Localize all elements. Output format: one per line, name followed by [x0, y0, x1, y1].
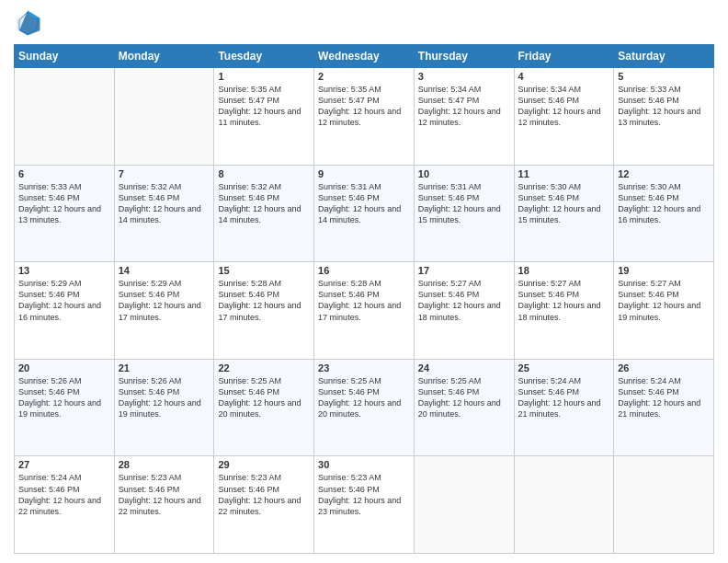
cell-content: Sunrise: 5:31 AMSunset: 5:46 PMDaylight:… — [418, 181, 510, 226]
day-number: 17 — [418, 265, 510, 276]
day-number: 11 — [518, 168, 610, 179]
week-row-1: 1Sunrise: 5:35 AMSunset: 5:47 PMDaylight… — [15, 68, 714, 166]
weekday-header-friday: Friday — [514, 45, 614, 68]
calendar-cell: 8Sunrise: 5:32 AMSunset: 5:46 PMDaylight… — [214, 165, 314, 262]
day-number: 15 — [218, 265, 310, 276]
logo — [14, 9, 45, 37]
day-number: 14 — [119, 265, 210, 276]
day-number: 23 — [318, 362, 410, 373]
week-row-2: 6Sunrise: 5:33 AMSunset: 5:46 PMDaylight… — [15, 165, 714, 262]
cell-content: Sunrise: 5:27 AMSunset: 5:46 PMDaylight:… — [618, 278, 710, 323]
day-number: 25 — [518, 362, 610, 373]
cell-content: Sunrise: 5:35 AMSunset: 5:47 PMDaylight:… — [218, 84, 310, 129]
weekday-header-row: SundayMondayTuesdayWednesdayThursdayFrid… — [15, 45, 714, 68]
day-number: 8 — [218, 168, 310, 179]
day-number: 3 — [418, 71, 510, 82]
cell-content: Sunrise: 5:29 AMSunset: 5:46 PMDaylight:… — [18, 278, 110, 323]
cell-content: Sunrise: 5:24 AMSunset: 5:46 PMDaylight:… — [18, 472, 110, 517]
week-row-5: 27Sunrise: 5:24 AMSunset: 5:46 PMDayligh… — [15, 456, 714, 554]
cell-content: Sunrise: 5:32 AMSunset: 5:46 PMDaylight:… — [119, 181, 210, 226]
calendar-cell: 21Sunrise: 5:26 AMSunset: 5:46 PMDayligh… — [114, 359, 214, 456]
calendar-cell: 26Sunrise: 5:24 AMSunset: 5:46 PMDayligh… — [614, 359, 714, 456]
day-number: 13 — [18, 265, 110, 276]
cell-content: Sunrise: 5:31 AMSunset: 5:46 PMDaylight:… — [318, 181, 410, 226]
day-number: 29 — [218, 459, 310, 470]
cell-content: Sunrise: 5:26 AMSunset: 5:46 PMDaylight:… — [18, 375, 110, 420]
calendar-cell — [414, 456, 514, 554]
calendar-cell: 12Sunrise: 5:30 AMSunset: 5:46 PMDayligh… — [614, 165, 714, 262]
cell-content: Sunrise: 5:26 AMSunset: 5:46 PMDaylight:… — [119, 375, 210, 420]
calendar-cell: 9Sunrise: 5:31 AMSunset: 5:46 PMDaylight… — [314, 165, 415, 262]
day-number: 18 — [518, 265, 610, 276]
calendar-cell: 1Sunrise: 5:35 AMSunset: 5:47 PMDaylight… — [214, 68, 314, 166]
cell-content: Sunrise: 5:34 AMSunset: 5:47 PMDaylight:… — [418, 84, 510, 129]
week-row-4: 20Sunrise: 5:26 AMSunset: 5:46 PMDayligh… — [15, 359, 714, 456]
day-number: 5 — [618, 71, 710, 82]
calendar-cell: 7Sunrise: 5:32 AMSunset: 5:46 PMDaylight… — [114, 165, 214, 262]
day-number: 2 — [318, 71, 410, 82]
cell-content: Sunrise: 5:23 AMSunset: 5:46 PMDaylight:… — [119, 472, 210, 517]
cell-content: Sunrise: 5:33 AMSunset: 5:46 PMDaylight:… — [18, 181, 110, 226]
day-number: 24 — [418, 362, 510, 373]
weekday-header-saturday: Saturday — [614, 45, 714, 68]
cell-content: Sunrise: 5:24 AMSunset: 5:46 PMDaylight:… — [618, 375, 710, 420]
day-number: 16 — [318, 265, 410, 276]
cell-content: Sunrise: 5:24 AMSunset: 5:46 PMDaylight:… — [518, 375, 610, 420]
cell-content: Sunrise: 5:30 AMSunset: 5:46 PMDaylight:… — [618, 181, 710, 226]
calendar-cell: 16Sunrise: 5:28 AMSunset: 5:46 PMDayligh… — [314, 262, 415, 360]
calendar-cell: 3Sunrise: 5:34 AMSunset: 5:47 PMDaylight… — [414, 68, 514, 166]
day-number: 9 — [318, 168, 410, 179]
page: SundayMondayTuesdayWednesdayThursdayFrid… — [0, 0, 728, 563]
weekday-header-sunday: Sunday — [15, 45, 115, 68]
calendar-cell: 27Sunrise: 5:24 AMSunset: 5:46 PMDayligh… — [15, 456, 115, 554]
calendar-cell: 22Sunrise: 5:25 AMSunset: 5:46 PMDayligh… — [214, 359, 314, 456]
calendar-cell: 29Sunrise: 5:23 AMSunset: 5:46 PMDayligh… — [214, 456, 314, 554]
calendar-cell: 13Sunrise: 5:29 AMSunset: 5:46 PMDayligh… — [15, 262, 115, 360]
calendar-cell — [15, 68, 115, 166]
cell-content: Sunrise: 5:29 AMSunset: 5:46 PMDaylight:… — [119, 278, 210, 323]
logo-icon — [14, 9, 41, 37]
day-number: 30 — [318, 459, 410, 470]
day-number: 21 — [119, 362, 210, 373]
day-number: 26 — [618, 362, 710, 373]
cell-content: Sunrise: 5:23 AMSunset: 5:46 PMDaylight:… — [318, 472, 410, 517]
weekday-header-thursday: Thursday — [414, 45, 514, 68]
weekday-header-tuesday: Tuesday — [214, 45, 314, 68]
calendar-cell: 11Sunrise: 5:30 AMSunset: 5:46 PMDayligh… — [514, 165, 614, 262]
calendar-cell: 5Sunrise: 5:33 AMSunset: 5:46 PMDaylight… — [614, 68, 714, 166]
cell-content: Sunrise: 5:33 AMSunset: 5:46 PMDaylight:… — [618, 84, 710, 129]
day-number: 4 — [518, 71, 610, 82]
cell-content: Sunrise: 5:27 AMSunset: 5:46 PMDaylight:… — [518, 278, 610, 323]
calendar-cell: 30Sunrise: 5:23 AMSunset: 5:46 PMDayligh… — [314, 456, 415, 554]
calendar-cell: 25Sunrise: 5:24 AMSunset: 5:46 PMDayligh… — [514, 359, 614, 456]
cell-content: Sunrise: 5:30 AMSunset: 5:46 PMDaylight:… — [518, 181, 610, 226]
cell-content: Sunrise: 5:25 AMSunset: 5:46 PMDaylight:… — [218, 375, 310, 420]
calendar-table: SundayMondayTuesdayWednesdayThursdayFrid… — [14, 44, 714, 554]
day-number: 28 — [119, 459, 210, 470]
cell-content: Sunrise: 5:25 AMSunset: 5:46 PMDaylight:… — [418, 375, 510, 420]
day-number: 6 — [18, 168, 110, 179]
day-number: 12 — [618, 168, 710, 179]
day-number: 7 — [119, 168, 210, 179]
cell-content: Sunrise: 5:35 AMSunset: 5:47 PMDaylight:… — [318, 84, 410, 129]
day-number: 1 — [218, 71, 310, 82]
calendar-cell: 19Sunrise: 5:27 AMSunset: 5:46 PMDayligh… — [614, 262, 714, 360]
cell-content: Sunrise: 5:28 AMSunset: 5:46 PMDaylight:… — [218, 278, 310, 323]
cell-content: Sunrise: 5:25 AMSunset: 5:46 PMDaylight:… — [318, 375, 410, 420]
day-number: 19 — [618, 265, 710, 276]
cell-content: Sunrise: 5:34 AMSunset: 5:46 PMDaylight:… — [518, 84, 610, 129]
calendar-cell: 28Sunrise: 5:23 AMSunset: 5:46 PMDayligh… — [114, 456, 214, 554]
calendar-cell: 15Sunrise: 5:28 AMSunset: 5:46 PMDayligh… — [214, 262, 314, 360]
weekday-header-monday: Monday — [114, 45, 214, 68]
cell-content: Sunrise: 5:32 AMSunset: 5:46 PMDaylight:… — [218, 181, 310, 226]
cell-content: Sunrise: 5:28 AMSunset: 5:46 PMDaylight:… — [318, 278, 410, 323]
weekday-header-wednesday: Wednesday — [314, 45, 415, 68]
calendar-cell: 18Sunrise: 5:27 AMSunset: 5:46 PMDayligh… — [514, 262, 614, 360]
week-row-3: 13Sunrise: 5:29 AMSunset: 5:46 PMDayligh… — [15, 262, 714, 360]
calendar-cell: 4Sunrise: 5:34 AMSunset: 5:46 PMDaylight… — [514, 68, 614, 166]
calendar-cell — [614, 456, 714, 554]
cell-content: Sunrise: 5:23 AMSunset: 5:46 PMDaylight:… — [218, 472, 310, 517]
day-number: 10 — [418, 168, 510, 179]
calendar-cell: 10Sunrise: 5:31 AMSunset: 5:46 PMDayligh… — [414, 165, 514, 262]
calendar-cell: 2Sunrise: 5:35 AMSunset: 5:47 PMDaylight… — [314, 68, 415, 166]
